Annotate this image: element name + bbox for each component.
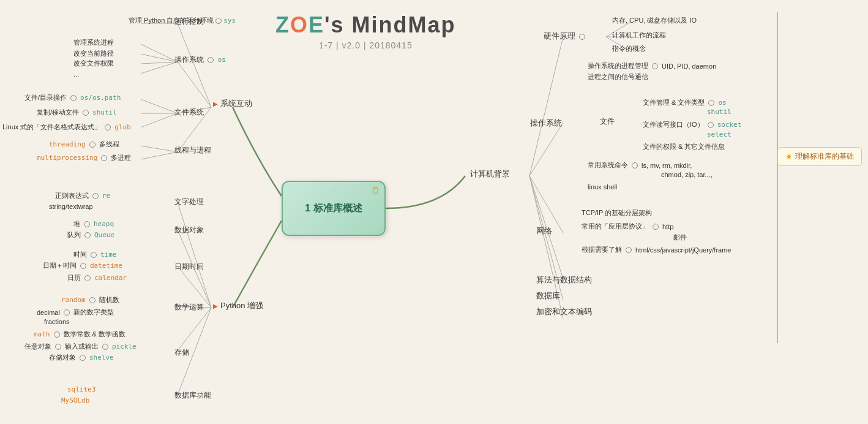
sys-item: 管理 Python 自身的运行环境 sys bbox=[129, 16, 236, 25]
heap-item: 堆 heapq bbox=[73, 219, 114, 229]
decimal-item: decimal 新的数字类型 bbox=[37, 308, 114, 317]
group-os: 操作系统 os bbox=[174, 55, 226, 64]
group-storage: 存储 bbox=[174, 348, 189, 357]
datetime-item: 日期＋时间 datetime bbox=[43, 261, 122, 270]
file-label: 文件 bbox=[600, 116, 615, 127]
annotation-text: 理解标准库的基础 bbox=[795, 151, 854, 162]
file-perm: 文件的权限 & 其它文件信息 bbox=[643, 142, 725, 151]
bullet-os bbox=[208, 57, 214, 63]
group-math: 数学运算 bbox=[174, 303, 204, 312]
group-dataobj: 数据对象 bbox=[174, 225, 204, 235]
svg-line-18 bbox=[178, 308, 211, 350]
svg-line-16 bbox=[178, 267, 211, 308]
file-mgmt: 文件管理 & 文件类型 os bbox=[643, 98, 727, 107]
tcp-item: TCP/IP 的基础分层架构 bbox=[582, 208, 652, 218]
title-e: E bbox=[309, 12, 324, 37]
process-item: multiprocessing 多进程 bbox=[37, 153, 131, 162]
svg-line-8 bbox=[141, 62, 178, 74]
file-shutil: shutil bbox=[707, 107, 731, 116]
title-o: O bbox=[290, 12, 309, 37]
branch-system-label: 系统互动 bbox=[220, 98, 252, 109]
group-threading: 线程与进程 bbox=[174, 146, 211, 155]
star-icon: ★ bbox=[785, 152, 793, 161]
algorithm-label: 算法与数据结构 bbox=[536, 274, 592, 286]
group-filesystem: 文件系统 bbox=[174, 108, 204, 117]
mysql-item: MySQLdb bbox=[61, 396, 89, 404]
branch-python: ▶ Python 增强 bbox=[213, 300, 263, 311]
mindmap-container: ZOE's MindMap 1-7 | v2.0 | 20180415 1 标准… bbox=[0, 0, 868, 424]
queue-item: 队列 Queue bbox=[67, 230, 114, 240]
fs-item2: 复制/移动文件 shutil bbox=[37, 108, 117, 117]
group-db: 数据库功能 bbox=[174, 391, 211, 400]
group-datetime: 日期时间 bbox=[174, 262, 204, 271]
title-main: ZOE's MindMap bbox=[275, 12, 456, 38]
file-io: 文件读写接口（IO） socket bbox=[643, 120, 741, 129]
os-item1: 管理系统进程 bbox=[73, 38, 114, 47]
crypto-label: 加密和文本编码 bbox=[536, 306, 592, 317]
os-item4: ... bbox=[73, 70, 79, 78]
svg-line-11 bbox=[141, 113, 178, 127]
pickle-item: 任意对象 输入或输出 pickle bbox=[24, 342, 137, 351]
hw-item2: 计算机工作的流程 bbox=[612, 31, 666, 40]
sqlite-item: sqlite3 bbox=[67, 385, 95, 393]
svg-line-14 bbox=[178, 202, 211, 308]
svg-line-12 bbox=[141, 146, 178, 152]
os-item3: 改变文件权限 bbox=[73, 59, 114, 68]
group-text: 文字处理 bbox=[174, 197, 204, 206]
right-annotation: ★ 理解标准库的基础 bbox=[777, 147, 862, 166]
database-label: 数据库 bbox=[536, 290, 560, 301]
title-rest: 's MindMap bbox=[324, 12, 456, 37]
title-subtitle: 1-7 | v2.0 | 20180415 bbox=[275, 40, 456, 50]
os-signal: 进程之间的信号通信 bbox=[588, 72, 648, 81]
sys-cmd: 常用系统命令 ls, mv, rm, mkdir, bbox=[588, 161, 692, 170]
os-label-right: 操作系统 bbox=[530, 118, 562, 129]
computer-background: 计算机背景 bbox=[470, 168, 510, 180]
protocol-item: 常用的「应用层协议」 http bbox=[582, 222, 673, 231]
fs-item1: 文件/目录操作 os/os.path bbox=[24, 93, 121, 102]
hardware-label: 硬件原理 bbox=[544, 31, 587, 42]
svg-line-22 bbox=[529, 176, 563, 233]
network-label: 网络 bbox=[536, 225, 552, 237]
shelve-item: 存储对象 shelve bbox=[49, 353, 114, 362]
svg-line-6 bbox=[141, 54, 178, 62]
text-item2: string/textwrap bbox=[49, 202, 93, 211]
central-label: 1 标准库概述 bbox=[305, 202, 362, 215]
branch-system: ▶ 系统互动 bbox=[213, 98, 252, 109]
calendar-item: 日历 calendar bbox=[67, 273, 127, 282]
fractions-item: fractions bbox=[44, 317, 70, 326]
thread-item: threading 多线程 bbox=[49, 140, 119, 149]
arrow-system: ▶ bbox=[213, 100, 218, 107]
svg-line-0 bbox=[178, 23, 211, 107]
title-z: Z bbox=[275, 12, 290, 37]
file-select: select bbox=[707, 130, 731, 138]
connections-svg bbox=[0, 0, 868, 424]
arrow-python: ▶ bbox=[213, 303, 218, 309]
svg-line-13 bbox=[141, 152, 178, 159]
hw-item3: 指令的概念 bbox=[612, 44, 646, 53]
web-item: 根据需要了解 html/css/javascript/jQuery/frame bbox=[582, 245, 731, 254]
svg-line-1 bbox=[178, 62, 211, 107]
os-proc-mgmt: 操作系统的进程管理 UID, PID, daemon bbox=[588, 61, 716, 70]
math-item: math 数学常数 & 数学函数 bbox=[34, 330, 125, 339]
fs-item3: Linux 式的「文件名格式表达式」 glob bbox=[2, 123, 131, 132]
linux-shell: linux shell bbox=[588, 183, 617, 191]
sys-cmd2: chmod, zip, tar..., bbox=[661, 170, 713, 179]
mail-item: 邮件 bbox=[673, 233, 687, 242]
os-item2: 改变当前路径 bbox=[73, 49, 114, 58]
text-item1: 正则表达式 re bbox=[55, 191, 110, 200]
svg-line-21 bbox=[529, 123, 563, 176]
bullet-sys bbox=[215, 18, 222, 24]
branch-python-label: Python 增强 bbox=[220, 300, 263, 311]
note-icon: 🗒 bbox=[371, 186, 380, 195]
time-item: 时间 time bbox=[73, 250, 117, 259]
svg-line-9 bbox=[141, 99, 178, 113]
svg-line-5 bbox=[141, 44, 178, 62]
title-area: ZOE's MindMap 1-7 | v2.0 | 20180415 bbox=[275, 12, 456, 50]
random-item: random 随机数 bbox=[61, 295, 119, 305]
hw-item1: 内存, CPU, 磁盘存储以及 IO bbox=[612, 16, 697, 25]
central-node: 1 标准库概述 🗒 bbox=[282, 181, 386, 236]
svg-line-7 bbox=[141, 62, 178, 64]
svg-line-20 bbox=[529, 37, 563, 176]
